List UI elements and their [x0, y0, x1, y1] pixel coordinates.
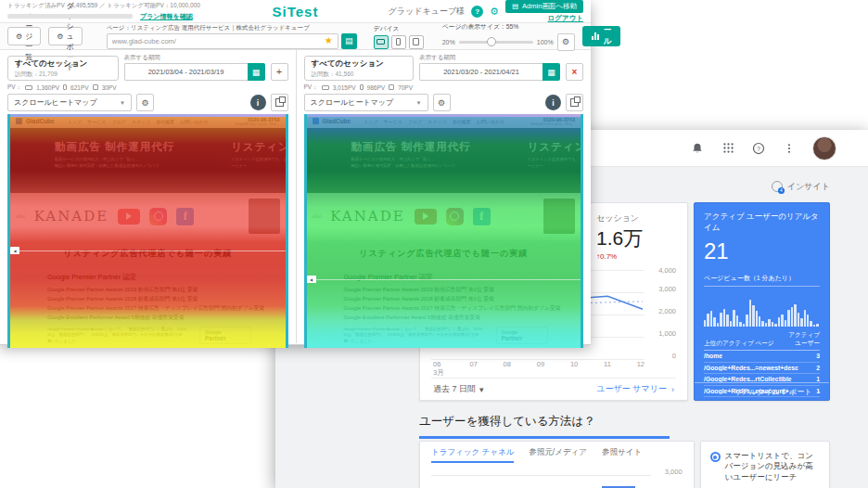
- instagram-icon[interactable]: [446, 208, 464, 225]
- pageview-bar: [785, 320, 786, 327]
- smartlist-card: スマートリストで、コンバージョンの見込みが高いユーザーにリーチ スマートリストは…: [700, 441, 830, 488]
- site-nav-item[interactable]: お問い合わせ: [477, 119, 504, 124]
- active-page-row[interactable]: /Google+Redes...=newest+desc2: [704, 363, 820, 375]
- tablet-icon: [413, 38, 419, 45]
- instagram-icon[interactable]: [149, 208, 167, 225]
- svg-text:?: ?: [757, 145, 760, 151]
- device-mobile-button[interactable]: [391, 35, 406, 49]
- pageview-bar: [717, 323, 719, 327]
- notifications-bell-icon[interactable]: [690, 141, 705, 156]
- help-icon[interactable]: ?: [471, 6, 483, 18]
- hero-title: 動画広告 制作運用代行: [55, 140, 175, 154]
- site-menu: トップサービスブログスタッフ会社概要お問い合わせ: [68, 119, 209, 124]
- tab-traffic-channel[interactable]: トラフィック チャネル: [431, 447, 514, 463]
- remove-comparison-button[interactable]: ×: [566, 63, 583, 81]
- site-nav-item[interactable]: 会社概要: [453, 119, 471, 124]
- heatmap-type-select[interactable]: スクロールヒートマップ▼: [7, 94, 132, 111]
- site-photo: [543, 199, 575, 234]
- scroll-data-button[interactable]: スクロールデータ: [582, 26, 621, 46]
- zoom-slider[interactable]: [459, 41, 533, 44]
- pv-tablet: 70PV: [398, 84, 413, 91]
- google-partner-badge: Google Partner: [496, 327, 548, 344]
- chevron-right-icon: ›: [671, 385, 674, 394]
- info-button[interactable]: i: [545, 95, 561, 110]
- awards-list: Google Premier Partner 認定 Google Premier…: [10, 267, 286, 323]
- active-users-count: 2: [816, 365, 820, 371]
- pageview-bar: [807, 315, 809, 327]
- site-nav-item[interactable]: スタッフ: [428, 119, 446, 124]
- site-brand: GladCube: [26, 118, 55, 124]
- pageview-bar: [759, 316, 760, 327]
- pageview-bar: [813, 325, 815, 327]
- page-report-button[interactable]: ▤: [341, 33, 357, 49]
- heatmap-settings-button[interactable]: ⚙: [136, 94, 154, 111]
- popout-icon: [275, 98, 284, 107]
- date-range-dropdown[interactable]: 過去 7 日間▾: [433, 383, 484, 395]
- award-line: Google Premier Partner Awards 2017 検索広告・…: [344, 303, 581, 313]
- youtube-icon[interactable]: [415, 209, 437, 225]
- star-icon[interactable]: ★: [325, 36, 333, 45]
- facebook-icon[interactable]: f: [473, 208, 491, 225]
- google-partner-badge: Google Partner: [199, 327, 251, 344]
- plus-icon: +: [276, 67, 282, 77]
- date-range-input[interactable]: 2021/03/20 - 2021/04/21: [419, 63, 542, 81]
- site-nav-item[interactable]: トップ: [68, 119, 82, 124]
- y-tick-label: 4,000: [648, 266, 676, 275]
- overflow-menu-icon[interactable]: [782, 141, 797, 156]
- scroll-depth-marker: ◀: [307, 279, 581, 280]
- heatmap-viewport[interactable]: GladCube トップサービスブログスタッフ会社概要お問い合わせ 0120-9…: [7, 114, 288, 348]
- tab-referral[interactable]: 参照サイト: [602, 447, 642, 461]
- segment-box[interactable]: すべてのセッション 訪問数：21,709: [7, 56, 119, 81]
- users-summary-link[interactable]: ユーザー サマリー›: [596, 383, 674, 395]
- y-tick-label: 3,000: [648, 285, 676, 293]
- hero-title: 動画広告 制作運用代行: [351, 140, 472, 154]
- add-comparison-button[interactable]: +: [271, 63, 288, 81]
- mobile-icon: [63, 84, 67, 90]
- zoom-slider-handle[interactable]: [487, 37, 496, 46]
- url-input[interactable]: [112, 37, 321, 45]
- calendar-button[interactable]: ▦: [542, 63, 560, 81]
- heatmap-type-select[interactable]: スクロールヒートマップ▼: [304, 94, 428, 111]
- site-nav-item[interactable]: お問い合わせ: [180, 119, 208, 124]
- realtime-report-link[interactable]: リアルタイム レポート›: [695, 382, 829, 400]
- segment-box[interactable]: すべてのセッション 訪問数：41,560: [304, 56, 415, 81]
- phone-hours: 受付時間 9:00〜18:00（平日）: [530, 122, 575, 126]
- hero-right-title: リスティング: [231, 140, 288, 154]
- facebook-icon[interactable]: f: [176, 208, 194, 225]
- site-nav-item[interactable]: トップ: [364, 119, 377, 124]
- device-tablet-button[interactable]: [409, 35, 424, 49]
- acquisition-question-tab[interactable]: ユーザーを獲得している方法は？: [419, 414, 595, 430]
- heatmap-settings-button[interactable]: ⚙: [433, 94, 451, 111]
- help-icon[interactable]: ?: [751, 141, 766, 156]
- date-range-input[interactable]: 2021/03/04 - 2021/03/19: [124, 63, 248, 81]
- site-nav-item[interactable]: 会社概要: [156, 119, 174, 124]
- url-input-box[interactable]: ★: [107, 33, 338, 49]
- youtube-icon[interactable]: [118, 209, 140, 225]
- site-nav-item[interactable]: スタッフ: [132, 119, 150, 124]
- dashboard-button[interactable]: ⚙ダッシュボード: [48, 27, 82, 45]
- tab-source-medium[interactable]: 参照元/メディア: [529, 447, 587, 461]
- active-page-row[interactable]: /home3: [704, 351, 820, 363]
- info-button[interactable]: i: [250, 95, 266, 110]
- page-list-button[interactable]: ⚙ページ一覧: [7, 27, 41, 45]
- site-nav-item[interactable]: サービス: [384, 119, 402, 124]
- desktop-icon: [25, 85, 32, 90]
- x-tick-label: 07: [469, 360, 477, 378]
- device-desktop-button[interactable]: [374, 35, 389, 49]
- admin-button[interactable]: ▤Admin画面へ移動: [505, 0, 583, 13]
- site-nav-item[interactable]: ブログ: [408, 119, 422, 124]
- y-tick-label: 3,000: [655, 468, 683, 476]
- apps-grid-icon[interactable]: [721, 141, 735, 156]
- calendar-button[interactable]: ▦: [248, 63, 265, 81]
- heatmap-viewport[interactable]: GladCube トップサービスブログスタッフ会社概要お問い合わせ 0120-9…: [304, 114, 584, 348]
- col-users-label: アクティブ ユーザー: [781, 331, 820, 348]
- avatar[interactable]: [812, 136, 836, 161]
- logout-link[interactable]: ログアウト: [548, 14, 583, 23]
- site-nav-item[interactable]: サービス: [87, 119, 106, 124]
- pageview-bar: [749, 300, 751, 327]
- open-window-button[interactable]: [566, 94, 583, 111]
- zoom-settings-button[interactable]: ⚙: [557, 33, 575, 51]
- site-nav-item[interactable]: ブログ: [111, 119, 125, 124]
- open-window-button[interactable]: [271, 94, 288, 111]
- settings-gear-icon[interactable]: ⚙: [490, 6, 499, 18]
